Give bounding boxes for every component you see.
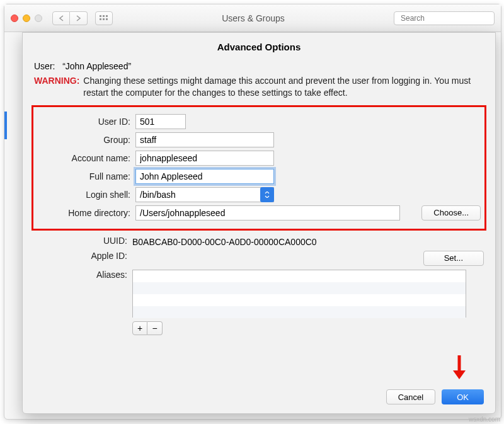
add-alias-button[interactable]: + (132, 321, 147, 335)
window-title: Users & Groups (118, 13, 389, 23)
chevron-right-icon (76, 15, 81, 21)
footer-buttons: Cancel OK (386, 389, 484, 404)
sidebar-selection-indicator (4, 112, 7, 139)
grid-icon (100, 15, 108, 21)
user-row: User: “John Appleseed” (34, 61, 484, 71)
highlighted-fields-box: User ID: Group: Account name: Full name:… (32, 105, 486, 231)
show-all-button[interactable] (95, 11, 113, 25)
remove-alias-button[interactable]: − (147, 321, 163, 335)
warning-block: WARNING: Changing these settings might d… (34, 75, 484, 99)
uuid-label: UUID: (34, 236, 127, 246)
home-dir-input[interactable] (135, 205, 400, 221)
login-shell-select[interactable] (135, 187, 274, 202)
uuid-value: B0ABCAB0-D000-00C0-A0D0-00000CA000C0 (132, 236, 317, 247)
full-name-label: Full name: (37, 171, 130, 181)
warning-label: WARNING: (34, 75, 79, 99)
aliases-label: Aliases: (34, 270, 127, 280)
warning-text: Changing these settings might damage thi… (83, 75, 484, 99)
user-id-label: User ID: (37, 117, 130, 127)
svg-rect-3 (100, 18, 101, 20)
traffic-lights (11, 14, 42, 22)
sheet-title: Advanced Options (34, 42, 484, 52)
svg-rect-4 (103, 18, 105, 20)
forward-button[interactable] (70, 11, 88, 25)
titlebar: Users & Groups (4, 4, 501, 32)
close-window-button[interactable] (11, 14, 18, 22)
home-dir-label: Home directory: (37, 208, 130, 218)
ok-button[interactable]: OK (442, 389, 484, 404)
zoom-window-button[interactable] (35, 14, 42, 22)
advanced-options-sheet: Advanced Options User: “John Appleseed” … (22, 32, 496, 414)
login-shell-input[interactable] (135, 187, 274, 202)
chevron-down-icon[interactable] (260, 187, 274, 202)
annotation-arrow-icon (451, 354, 467, 386)
svg-rect-1 (103, 15, 105, 17)
account-name-label: Account name: (37, 153, 130, 163)
aliases-list[interactable] (132, 270, 466, 318)
svg-rect-0 (100, 15, 101, 17)
back-button[interactable] (52, 11, 70, 25)
login-shell-label: Login shell: (37, 190, 130, 200)
user-name: “John Appleseed” (62, 61, 131, 71)
watermark: wsxdn.com (469, 416, 500, 423)
account-name-input[interactable] (135, 151, 274, 166)
apple-id-label: Apple ID: (34, 251, 127, 261)
search-field[interactable] (394, 11, 495, 25)
choose-button[interactable]: Choose... (421, 205, 481, 221)
search-input[interactable] (401, 14, 495, 23)
full-name-input[interactable] (135, 169, 274, 184)
aliases-add-remove: + − (132, 321, 484, 335)
user-id-input[interactable] (135, 114, 186, 129)
group-input[interactable] (135, 132, 274, 147)
svg-rect-2 (106, 15, 108, 17)
svg-rect-5 (106, 18, 108, 20)
user-label: User: (34, 61, 55, 71)
chevron-left-icon (59, 15, 64, 21)
nav-buttons (52, 11, 88, 25)
system-prefs-window: Users & Groups Advanced Options User: “J… (4, 4, 501, 420)
minimize-window-button[interactable] (23, 14, 30, 22)
group-label: Group: (37, 135, 130, 145)
cancel-button[interactable]: Cancel (386, 389, 435, 404)
set-button[interactable]: Set... (423, 251, 484, 266)
